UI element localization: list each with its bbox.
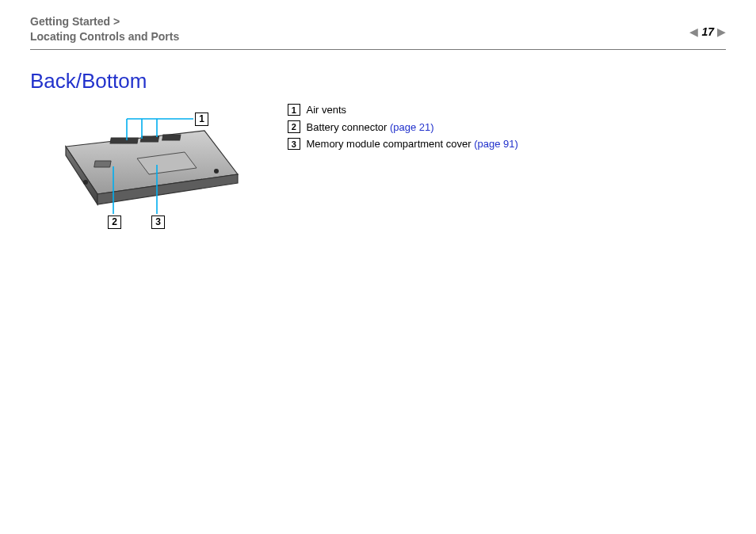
- laptop-bottom-illustration: [38, 103, 244, 238]
- legend-text-1: Air vents: [307, 104, 347, 116]
- svg-rect-4: [140, 136, 158, 142]
- legend-num-2: 2: [288, 120, 300, 133]
- legend-link-2[interactable]: (page 21): [390, 121, 434, 133]
- legend-row-3: 3 Memory module compartment cover (page …: [288, 138, 518, 151]
- page-header: Getting Started > Locating Controls and …: [30, 14, 726, 50]
- legend-row-2: 2 Battery connector (page 21): [288, 120, 518, 133]
- pager-prev-icon[interactable]: ◀: [689, 26, 698, 37]
- svg-point-9: [214, 169, 219, 174]
- legend-text-2: Battery connector: [307, 121, 391, 133]
- breadcrumb: Getting Started > Locating Controls and …: [30, 14, 179, 44]
- svg-rect-3: [110, 138, 138, 143]
- legend: 1 Air vents 2 Battery connector (page 21…: [276, 103, 518, 155]
- breadcrumb-line-1: Getting Started >: [30, 14, 179, 29]
- legend-text-3: Memory module compartment cover: [307, 138, 475, 150]
- breadcrumb-line-2: Locating Controls and Ports: [30, 29, 179, 44]
- callout-1: 1: [195, 113, 208, 126]
- callout-2: 2: [108, 216, 121, 229]
- legend-link-3[interactable]: (page 91): [474, 138, 518, 150]
- device-diagram: 1 2 3: [30, 103, 244, 238]
- legend-row-1: 1 Air vents: [288, 104, 518, 116]
- section-title: Back/Bottom: [30, 69, 726, 93]
- svg-point-8: [83, 180, 88, 185]
- page-number: 17: [701, 25, 714, 38]
- legend-num-3: 3: [288, 138, 300, 151]
- svg-rect-5: [162, 135, 181, 140]
- callout-3: 3: [151, 216, 165, 229]
- pager-next-icon[interactable]: ▶: [717, 26, 726, 37]
- pager: ◀ 17 ▶: [689, 14, 726, 38]
- svg-rect-6: [94, 161, 111, 167]
- legend-num-1: 1: [288, 104, 300, 116]
